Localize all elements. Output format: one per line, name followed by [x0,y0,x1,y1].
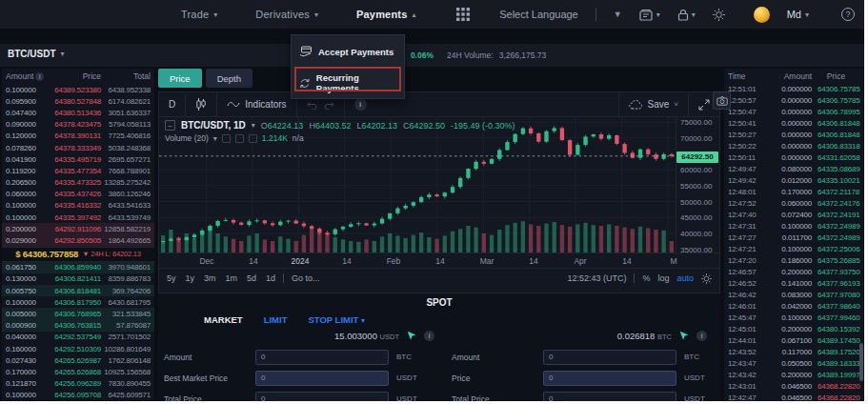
auto-scale-button[interactable]: auto [676,273,694,283]
menu-item-accept-payments[interactable]: Accept Payments [292,41,404,62]
orderbook-ask-row[interactable]: 0.04190064335.4957192695.657271 [2,153,154,165]
gear-icon[interactable] [713,9,725,21]
orderbook-ask-row[interactable]: 0.10000064389.5233806438.952338 [2,84,154,95]
orderbook-ask-row[interactable]: 0.20000064292.91109612858.582219 [2,223,154,234]
orderbook-bid-row[interactable]: 0.12187064256.0962897830.890455 [2,378,154,390]
orderbook-bid-row[interactable]: 0.02743064265.6269871762.806148 [2,354,154,366]
trade-row[interactable]: 12:47:520.06000064372.241761 [724,197,864,209]
trade-row[interactable]: 12:43:470.05050064389.183330 [724,357,864,369]
trade-row[interactable]: 12:50:570.00000064306.757858 [724,94,864,106]
indicators-button[interactable]: Indicators [217,92,296,116]
info-icon[interactable]: i [35,72,44,81]
orderbook-bid-row[interactable]: 0.00500064306.768965321.533845 [2,308,154,319]
orderbook-ask-row[interactable]: 0.10000064335.4163326433.541633 [2,200,154,212]
scrollbar-thumb[interactable] [859,343,863,381]
orderbook-ask-row[interactable]: 0.11920064335.4773547668.788901 [2,165,154,176]
goto-button[interactable]: Go to... [292,273,320,283]
orderbook-ask-row[interactable]: 0.04740064380.5134363051.636337 [2,107,154,118]
trade-row[interactable]: 12:48:010.17000064372.211787 [724,186,864,197]
info-icon[interactable]: i [424,331,434,341]
chart-x-axis[interactable]: Dec14202414Feb14Mar14Apr14M [159,252,719,268]
tab-limit[interactable]: LIMIT [264,314,288,325]
trade-row[interactable]: 12:46:010.04200064377.986400 [724,300,864,312]
user-avatar[interactable] [754,7,770,23]
trade-row[interactable]: 12:43:010.04650064368.228204 [724,380,864,392]
close-icon[interactable] [249,134,257,143]
menu-item-recurring-payments[interactable]: Recurring Payments [292,68,404,98]
redo-icon[interactable] [323,100,334,110]
trade-row[interactable]: 12:43:420.20000064389.199979 [724,369,864,380]
trade-row[interactable]: 12:47:310.10000064372.249890 [724,220,864,232]
lock-icon[interactable]: ▾ [677,9,696,21]
sell-total-input[interactable] [543,392,676,402]
orderbook-bid-row[interactable]: 0.04000064292.5375492571.701502 [2,332,154,343]
trade-row[interactable]: 12:47:210.10000064372.250068 [724,243,864,254]
tab-depth[interactable]: Depth [206,69,252,88]
gear-icon[interactable] [701,273,712,284]
range-button-1d[interactable]: 1d [266,273,275,283]
transfer-arrow-icon[interactable] [678,330,690,341]
orderbook-bid-row[interactable]: 0.16000064292.51030910286.801649 [2,343,154,354]
buy-total-input[interactable] [255,392,389,402]
pair-selector[interactable]: BTC/USDT ▾ [8,49,65,59]
save-layout-button[interactable]: Save ˅ [618,92,688,116]
settings-icon[interactable] [235,134,244,143]
help-icon[interactable]: ? [841,8,855,21]
range-button-3m[interactable]: 3m [204,273,216,283]
chevron-down-icon[interactable]: ▾ [252,121,255,130]
buy-price-input[interactable] [255,371,389,386]
range-button-1y[interactable]: 1y [186,273,195,283]
orderbook-bid-row[interactable]: 0.17000064265.62686810925.156568 [2,366,154,377]
log-scale-button[interactable]: log [657,273,669,283]
nav-derivatives[interactable]: Derivatives ▾ [255,9,318,20]
trade-row[interactable]: 12:47:200.18600064375.268855 [724,254,864,266]
trade-row[interactable]: 12:46:520.14100064377.961938 [724,277,864,289]
buy-amount-input[interactable] [255,350,389,365]
orderbook-bid-row[interactable]: 0.10000064306.8179506430.681795 [2,296,154,308]
info-icon[interactable]: i [696,331,707,341]
orderbook-ask-row[interactable]: 0.09000064378.4234755794.058113 [2,119,154,131]
tab-price[interactable]: Price [158,69,202,88]
orderbook-bid-row[interactable]: 0.00575064306.818481369.764206 [2,285,154,296]
orderbook-bid-row[interactable]: 0.00090064306.76381557.876087 [2,320,154,332]
trade-row[interactable]: 12:45:010.20000064380.153929 [724,323,864,334]
sell-price-input[interactable] [543,371,676,386]
nav-payments[interactable]: Payments ▴ [356,9,416,20]
trade-row[interactable]: 12:50:110.00000064331.620589 [724,152,864,163]
orders-wallet-icon[interactable]: ▾ [639,9,660,21]
apps-grid-icon[interactable] [456,8,470,21]
orderbook-ask-row[interactable]: 0.12000064378.3901317725.406816 [2,131,154,142]
transfer-arrow-icon[interactable] [406,330,417,341]
trade-row[interactable]: 12:51:010.00000064306.757858 [724,83,864,94]
trade-row[interactable]: 12:46:420.08300064377.970800 [724,289,864,300]
orderbook-ask-row[interactable]: 0.06000064335.4374263860.126246 [2,189,154,200]
trade-row[interactable]: 12:43:520.11700064389.175200 [724,346,864,357]
orderbook-ask-row[interactable]: 0.10000064335.3974926433.539749 [2,212,154,223]
collapse-pane-icon[interactable]: – [165,120,175,131]
trade-row[interactable]: 12:47:400.07240064372.241917 [724,209,864,220]
symbol-interval-label[interactable]: BTC/USDT, 1D [181,120,246,131]
nav-trade[interactable]: Trade ▾ [181,9,217,20]
trade-row[interactable]: 12:49:420.01200064335.100218 [724,174,864,186]
language-caret-icon[interactable]: ▼ [614,10,622,19]
chart-snapshot-button[interactable] [713,91,731,110]
orderbook-bid-row[interactable]: 0.10000064256.0957086425.609571 [2,390,154,401]
chevron-down-icon[interactable]: ▾ [213,134,217,143]
trade-row[interactable]: 12:45:470.10000064377.994602 [724,312,864,323]
eye-icon[interactable] [222,134,231,143]
interval-button[interactable]: D [159,92,186,116]
range-button-5d[interactable]: 5d [247,273,256,283]
candlestick-svg-wrap[interactable]: – BTC/USDT, 1D ▾ O64224.13H64403.52L6420… [159,117,676,252]
undo-icon[interactable] [307,100,318,110]
chart-clock[interactable]: 12:52:43 (UTC) [567,273,626,283]
language-selector[interactable]: Select Language [499,9,578,20]
chart-y-axis[interactable]: 64292.50 75000.0070000.0060000.0055000.0… [676,117,719,252]
percent-scale-button[interactable]: % [642,273,650,283]
trade-row[interactable]: 12:50:410.00000064306.818481 [724,117,864,129]
orderbook-bid-row[interactable]: 0.06175064306.8599403970.948601 [2,262,154,273]
user-menu[interactable]: Md ▾ [787,9,809,20]
orderbook-ask-row[interactable]: 0.07826064378.3333495038.248368 [2,142,154,153]
trade-row[interactable]: 12:42:470.04650064368.228204 [724,392,864,401]
trade-row[interactable]: 12:50:470.00000064306.789952 [724,106,864,117]
trade-row[interactable]: 12:50:220.00000064306.833186 [724,140,864,152]
